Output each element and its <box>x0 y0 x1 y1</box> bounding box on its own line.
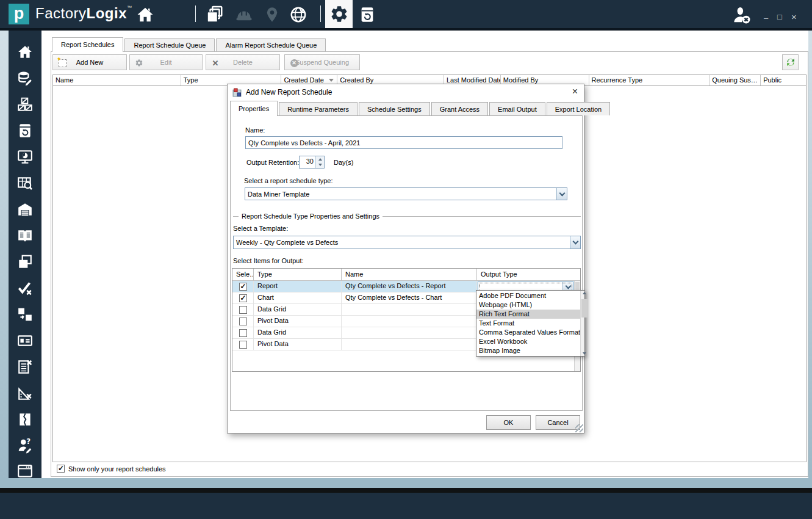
scrollbar-thumb[interactable] <box>581 299 587 318</box>
option-text-format[interactable]: Text Format <box>476 319 580 328</box>
dialog-tab-properties[interactable]: Properties <box>230 101 278 116</box>
sidebar-item-quality-check[interactable] <box>17 280 33 296</box>
option-bitmap-image[interactable]: Bitmap Image <box>476 346 580 355</box>
scroll-down-icon[interactable] <box>583 352 586 355</box>
sidebar-item-data-grid-search[interactable] <box>17 175 33 191</box>
suspend-icon: ✕ <box>289 58 299 68</box>
template-combobox[interactable]: Weekly - Qty Complete vs Defects <box>233 236 581 249</box>
stepper-up-icon[interactable] <box>316 156 324 162</box>
sidebar-item-database-edit[interactable] <box>17 70 33 86</box>
ok-button[interactable]: OK <box>486 415 531 430</box>
chevron-down-icon[interactable] <box>556 188 567 200</box>
row-checkbox[interactable] <box>239 283 247 291</box>
output-retention-unit: Day(s) <box>334 159 353 166</box>
option-rich-text-format[interactable]: Rich Text Format <box>476 310 580 319</box>
dialog-titlebar[interactable]: Add New Report Schedule × <box>228 84 584 100</box>
svg-text:?: ? <box>26 438 31 446</box>
topbar-divider <box>320 5 321 22</box>
output-retention-stepper[interactable]: 30 <box>299 156 325 169</box>
sidebar-item-browser-window[interactable] <box>17 464 33 478</box>
edit-button[interactable]: Edit <box>129 54 203 70</box>
row-checkbox[interactable] <box>239 318 247 325</box>
sidebar-item-checklist-remove[interactable] <box>17 359 33 375</box>
refresh-icon <box>785 57 796 68</box>
scroll-up-icon[interactable] <box>583 292 586 294</box>
window-frame-left <box>0 31 9 478</box>
add-new-button[interactable]: Add New <box>52 54 127 70</box>
location-pin-icon[interactable] <box>262 5 282 24</box>
sidebar-item-user-question[interactable]: ? <box>17 438 33 454</box>
option-csv-format[interactable]: Comma Separated Values Format <box>476 328 580 337</box>
delete-button[interactable]: ✕ Delete <box>206 54 280 70</box>
sidebar-item-materials-boxes[interactable] <box>17 96 33 112</box>
dropdown-options: Adobe PDF Document Webpage (HTML) Rich T… <box>476 291 580 356</box>
option-webpage-html[interactable]: Webpage (HTML) <box>476 300 580 310</box>
row-checkbox[interactable] <box>239 329 247 337</box>
user-logout-icon[interactable] <box>732 5 752 25</box>
globe-icon[interactable] <box>289 5 308 24</box>
sidebar-item-transfer-boxes[interactable] <box>17 307 33 322</box>
sidebar-item-home[interactable] <box>17 44 33 60</box>
dialog-tab-email-output[interactable]: Email Output <box>489 102 545 115</box>
row-checkbox[interactable] <box>239 294 247 302</box>
show-only-checkbox[interactable] <box>57 465 65 473</box>
topbar-divider <box>195 5 196 22</box>
close-button[interactable]: × <box>791 13 797 21</box>
add-new-report-schedule-dialog: Add New Report Schedule × Properties Run… <box>227 84 584 434</box>
sidebar-item-id-card[interactable] <box>17 333 33 349</box>
home-icon[interactable] <box>135 5 155 24</box>
show-only-label: Show only your report schedules <box>68 465 166 473</box>
sidebar-item-documentation-book[interactable] <box>17 228 33 244</box>
dialog-tab-grant-access[interactable]: Grant Access <box>431 102 488 115</box>
dialog-tab-export-location[interactable]: Export Location <box>547 102 610 115</box>
column-header-public[interactable]: Public <box>761 75 806 85</box>
app-logo: p <box>9 4 29 24</box>
column-header-queuing-suspended[interactable]: Queuing Sus… <box>710 75 761 85</box>
tab-report-schedules[interactable]: Report Schedules <box>52 37 123 52</box>
row-checkbox[interactable] <box>239 341 247 349</box>
dialog-resize-grip[interactable] <box>575 424 583 432</box>
option-adobe-pdf[interactable]: Adobe PDF Document <box>476 291 580 300</box>
dialog-close-icon[interactable]: × <box>572 86 578 97</box>
schedule-type-combobox[interactable]: Data Miner Template <box>245 187 567 200</box>
app-window: p FactoryLogix™ – □ × <box>0 0 812 519</box>
suspend-queuing-label: Suspend Queuing <box>295 59 349 66</box>
chevron-down-icon[interactable] <box>570 236 580 249</box>
dialog-title: Add New Report Schedule <box>246 88 332 96</box>
column-header-name[interactable]: Name <box>53 75 181 85</box>
option-excel-workbook[interactable]: Excel Workbook <box>476 337 580 346</box>
restore-button[interactable]: □ <box>777 13 782 21</box>
dialog-tab-schedule-settings[interactable]: Schedule Settings <box>359 102 430 115</box>
column-header-recurrence-type[interactable]: Recurrence Type <box>589 75 710 85</box>
brand-light: Factory <box>35 5 87 21</box>
tab-alarm-report-schedule-queue[interactable]: Alarm Report Schedule Queue <box>216 38 326 51</box>
sidebar-item-pages-copy[interactable] <box>17 254 33 270</box>
items-col-type: Type <box>254 269 342 280</box>
sidebar-item-backup-book[interactable] <box>17 123 33 139</box>
dialog-tab-runtime-parameters[interactable]: Runtime Parameters <box>279 102 357 115</box>
brand-title: FactoryLogix™ <box>35 5 132 22</box>
settings-gear-icon[interactable] <box>325 0 353 28</box>
copies-icon[interactable] <box>205 5 225 24</box>
edit-gear-icon <box>134 58 144 68</box>
dropdown-scrollbar[interactable] <box>580 291 584 356</box>
hardhat-icon[interactable] <box>234 5 254 24</box>
tab-report-schedule-queue[interactable]: Report Schedule Queue <box>124 38 215 51</box>
database-restore-icon[interactable] <box>357 5 377 24</box>
suspend-queuing-button[interactable]: ✕ Suspend Queuing <box>284 54 360 70</box>
sidebar-item-dashboard-monitor[interactable] <box>17 149 33 165</box>
sidebar-item-ruler-remove[interactable] <box>17 385 33 401</box>
sidebar-item-torn-page[interactable] <box>17 412 33 427</box>
minimize-button[interactable]: – <box>764 15 768 22</box>
stepper-down-icon[interactable] <box>316 162 324 169</box>
name-input[interactable]: Qty Complete vs Defects - April, 2021 <box>245 136 562 149</box>
group-title: Report Schedule Type Properties and Sett… <box>239 212 383 220</box>
type-settings-group: Report Schedule Type Properties and Sett… <box>233 212 581 220</box>
cancel-button[interactable]: Cancel <box>536 415 580 430</box>
refresh-button[interactable] <box>782 54 799 70</box>
main-tab-strip: Report Schedules Report Schedule Queue A… <box>52 37 327 51</box>
row-checkbox[interactable] <box>239 306 247 314</box>
sidebar-item-warehouse[interactable] <box>17 201 33 217</box>
schedule-type-value: Data Miner Template <box>245 191 556 198</box>
brand-bold: Logix <box>87 5 128 21</box>
